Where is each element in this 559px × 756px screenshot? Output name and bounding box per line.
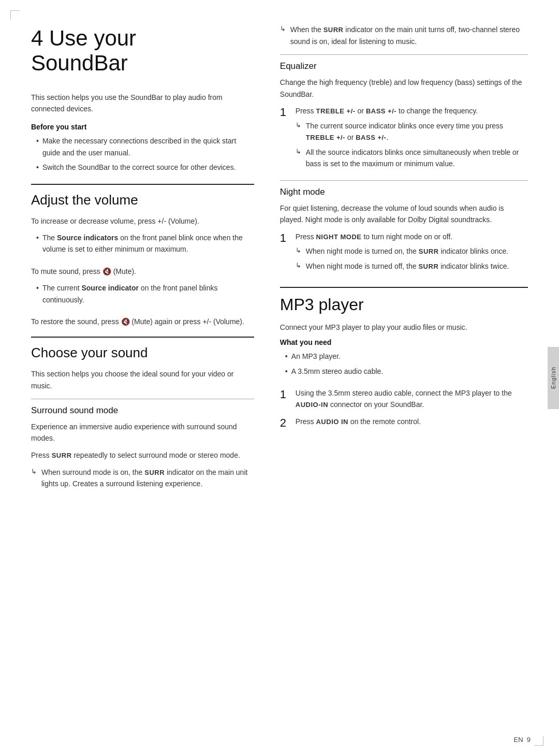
- volume-bullets: The Source indicators on the front panel…: [31, 232, 254, 255]
- chapter-number: 4: [31, 26, 43, 50]
- chapter-title: 4 Use your SoundBar: [31, 26, 254, 76]
- surround-title: Surround sound mode: [31, 405, 254, 416]
- mp3-step1-content: Using the 3.5mm stereo audio cable, conn…: [296, 387, 528, 411]
- sub-divider-night: [280, 180, 528, 181]
- night-mode-step1: 1 Press NIGHT MODE to turn night mode on…: [280, 231, 528, 275]
- footer-lang: EN: [513, 736, 523, 744]
- list-item: When the SURR indicator on the main unit…: [280, 24, 528, 47]
- right-column: When the SURR indicator on the main unit…: [270, 21, 528, 493]
- adjust-volume-title: Adjust the volume: [31, 192, 254, 208]
- list-item: Make the necessary connections described…: [36, 135, 254, 158]
- language-label: English: [550, 367, 556, 389]
- footer-page: 9: [527, 736, 531, 744]
- list-item: When night mode is turned off, the SURR …: [296, 260, 528, 272]
- choose-sound-title: Choose your sound: [31, 345, 254, 361]
- section-divider-2: [31, 337, 254, 338]
- corner-decoration-br: [534, 736, 543, 746]
- choose-sound-intro: This section helps you choose the ideal …: [31, 368, 254, 391]
- list-item: An MP3 player.: [285, 351, 528, 362]
- mp3-step2-content: Press AUDIO IN on the remote control.: [296, 416, 528, 428]
- list-item: When surround mode is on, the SURR indic…: [31, 467, 254, 490]
- language-tab: English: [548, 347, 559, 409]
- list-item: The Source indicators on the front panel…: [36, 232, 254, 255]
- list-item: The current Source indicator on the fron…: [36, 282, 254, 306]
- mute-text: To mute sound, press 🔇 (Mute).: [31, 266, 254, 277]
- equalizer-step1: 1 Press TREBLE +/- or BASS +/- to change…: [280, 105, 528, 173]
- night-mode-arrows: When night mode is turned on, the SURR i…: [296, 245, 528, 272]
- mp3-step2: 2 Press AUDIO IN on the remote control.: [280, 416, 528, 431]
- night-mode-title: Night mode: [280, 187, 528, 197]
- section-divider-mp3: [280, 287, 528, 288]
- list-item: When night mode is turned on, the SURR i…: [296, 245, 528, 257]
- what-you-need-label: What you need: [280, 338, 528, 346]
- surround-para1: Experience an immersive audio experience…: [31, 421, 254, 444]
- left-column: 4 Use your SoundBar This section helps y…: [31, 21, 270, 493]
- equalizer-title: Equalizer: [280, 61, 528, 71]
- source-bullet-list: The current Source indicator on the fron…: [31, 282, 254, 306]
- night-mode-para1: For quiet listening, decrease the volume…: [280, 202, 528, 226]
- surround-arrows: When surround mode is on, the SURR indic…: [31, 467, 254, 490]
- mp3-intro: Connect your MP3 player to play your aud…: [280, 322, 528, 333]
- mute-icon: 🔇: [102, 267, 111, 275]
- intro-text: This section helps you use the SoundBar …: [31, 92, 254, 115]
- what-you-need-list: An MP3 player. A 3.5mm stereo audio cabl…: [280, 351, 528, 377]
- mp3-title: MP3 player: [280, 295, 528, 314]
- equalizer-step1-content: Press TREBLE +/- or BASS +/- to change t…: [296, 105, 528, 173]
- page-footer: EN 9: [513, 736, 531, 744]
- chapter-title-line2: SoundBar: [31, 51, 128, 75]
- list-item: Switch the SoundBar to the correct sourc…: [36, 162, 254, 173]
- section-divider: [31, 184, 254, 185]
- main-content: 4 Use your SoundBar This section helps y…: [0, 0, 559, 514]
- surround-continued-arrow: When the SURR indicator on the main unit…: [280, 24, 528, 47]
- night-mode-step1-content: Press NIGHT MODE to turn night mode on o…: [296, 231, 528, 275]
- equalizer-arrows: The current source indicator blinks once…: [296, 120, 528, 170]
- sub-divider-equalizer: [280, 54, 528, 55]
- volume-intro: To increase or decrease volume, press +/…: [31, 215, 254, 227]
- surround-para2: Press SURR repeatedly to select surround…: [31, 449, 254, 461]
- sub-divider-surround: [31, 399, 254, 399]
- corner-decoration-tl: [10, 10, 20, 20]
- list-item: The current source indicator blinks once…: [296, 120, 528, 143]
- chapter-title-line1: Use your: [49, 26, 136, 50]
- before-start-label: Before you start: [31, 123, 254, 131]
- before-start-list: Make the necessary connections described…: [31, 135, 254, 173]
- mp3-step1: 1 Using the 3.5mm stereo audio cable, co…: [280, 387, 528, 411]
- list-item: All the source indicators blinks once si…: [296, 147, 528, 170]
- list-item: A 3.5mm stereo audio cable.: [285, 366, 528, 377]
- restore-icon: 🔇: [121, 317, 130, 326]
- equalizer-para1: Change the high frequency (treble) and l…: [280, 77, 528, 100]
- restore-text: To restore the sound, press 🔇 (Mute) aga…: [31, 316, 254, 327]
